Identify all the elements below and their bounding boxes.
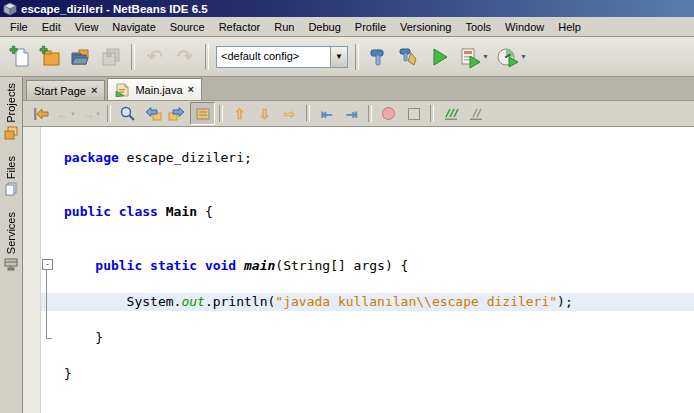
- left-window-rail: Projects Files Services: [0, 77, 23, 413]
- forward-icon: →: [81, 107, 95, 121]
- debug-project-button[interactable]: ▾: [454, 42, 492, 72]
- tab-main-java[interactable]: Main.java ×: [107, 78, 202, 100]
- new-project-button[interactable]: [36, 42, 66, 72]
- code-line[interactable]: [41, 239, 694, 257]
- menu-versioning[interactable]: Versioning: [393, 19, 458, 35]
- menu-help[interactable]: Help: [551, 19, 588, 35]
- menu-run[interactable]: Run: [267, 19, 301, 35]
- code-line[interactable]: [41, 347, 694, 365]
- menu-refactor[interactable]: Refactor: [212, 19, 268, 35]
- last-edit-location-icon: [32, 106, 50, 122]
- menu-debug[interactable]: Debug: [301, 19, 347, 35]
- menu-window[interactable]: Window: [498, 19, 551, 35]
- code-line[interactable]: System.out.println("javada kullanılan\\e…: [41, 293, 694, 311]
- uncomment-icon: [468, 106, 484, 122]
- search-icon: [119, 105, 136, 122]
- code-view[interactable]: package escape_dizileri;public class Mai…: [41, 127, 694, 413]
- previous-bookmark-icon: ⇧: [234, 107, 246, 121]
- undo-button[interactable]: ↶: [140, 42, 170, 72]
- record-macro-icon: [382, 107, 395, 120]
- hammer-broom-icon: [397, 45, 421, 69]
- undo-icon: ↶: [147, 47, 163, 66]
- back-button[interactable]: ←▾: [53, 102, 78, 125]
- sidebar-item-services[interactable]: Services: [4, 212, 18, 271]
- shift-left-icon: ⇤: [321, 107, 333, 121]
- tab-start-page[interactable]: Start Page ×: [26, 80, 105, 100]
- close-icon[interactable]: ×: [91, 85, 97, 96]
- code-line[interactable]: }: [41, 329, 694, 347]
- code-line[interactable]: }: [41, 365, 694, 383]
- debug-icon: [458, 45, 482, 69]
- toolbar-separator: [205, 44, 209, 70]
- code-line[interactable]: [41, 131, 694, 149]
- find-previous-icon: [143, 106, 162, 122]
- code-fold-guide-end: [46, 338, 52, 339]
- highlight-search-icon: [195, 106, 211, 122]
- save-all-button[interactable]: [96, 42, 126, 72]
- tab-label: Start Page: [34, 85, 86, 97]
- code-line[interactable]: package escape_dizileri;: [41, 149, 694, 167]
- code-line[interactable]: public static void main(String[] args) {: [41, 257, 694, 275]
- files-label: Files: [5, 156, 17, 179]
- forward-button[interactable]: →▾: [78, 102, 103, 125]
- shift-line-right-button[interactable]: ⇥: [339, 102, 364, 125]
- chevron-down-icon: ▾: [521, 52, 525, 61]
- menu-view[interactable]: View: [68, 19, 106, 35]
- profile-project-button[interactable]: ▾: [492, 42, 530, 72]
- editor-gutter[interactable]: [23, 127, 41, 413]
- sidebar-item-projects[interactable]: Projects: [4, 83, 18, 140]
- window-title: escape_dizileri - NetBeans IDE 6.5: [21, 3, 208, 15]
- run-project-button[interactable]: [424, 42, 454, 72]
- comment-button[interactable]: [438, 102, 463, 125]
- menu-tools[interactable]: Tools: [458, 19, 498, 35]
- projects-label: Projects: [5, 83, 17, 123]
- next-bookmark-button[interactable]: ⇩: [252, 102, 277, 125]
- toggle-bookmark-button[interactable]: ⇨: [277, 102, 302, 125]
- code-line[interactable]: [41, 185, 694, 203]
- run-macro-button[interactable]: [401, 102, 426, 125]
- toolbar-separator: [355, 44, 359, 70]
- combo-dropdown-button[interactable]: ▼: [330, 47, 347, 67]
- run-icon: [428, 46, 450, 68]
- menu-navigate[interactable]: Navigate: [105, 19, 162, 35]
- tab-label: Main.java: [135, 84, 182, 96]
- services-label: Services: [5, 212, 17, 254]
- code-line[interactable]: public class Main {: [41, 203, 694, 221]
- clean-and-build-button[interactable]: [394, 42, 424, 72]
- next-bookmark-icon: ⇩: [259, 107, 271, 121]
- code-line[interactable]: [41, 221, 694, 239]
- toolbar-separator: [131, 44, 135, 70]
- build-project-button[interactable]: [364, 42, 394, 72]
- code-line[interactable]: [41, 275, 694, 293]
- java-file-icon: [115, 83, 130, 97]
- open-project-icon: [69, 45, 93, 69]
- chevron-down-icon: ▼: [335, 52, 343, 61]
- hammer-icon: [367, 45, 391, 69]
- menu-source[interactable]: Source: [163, 19, 212, 35]
- redo-button[interactable]: ↷: [170, 42, 200, 72]
- menu-file[interactable]: File: [3, 19, 35, 35]
- menu-profile[interactable]: Profile: [348, 19, 393, 35]
- last-edit-location-button[interactable]: [28, 102, 53, 125]
- toggle-highlight-search-button[interactable]: [190, 102, 215, 125]
- new-file-button[interactable]: [6, 42, 36, 72]
- find-next-button[interactable]: [165, 102, 190, 125]
- sidebar-item-files[interactable]: Files: [4, 156, 18, 196]
- open-project-button[interactable]: [66, 42, 96, 72]
- find-selection-button[interactable]: [115, 102, 140, 125]
- code-line[interactable]: [41, 167, 694, 185]
- find-next-icon: [168, 106, 187, 122]
- record-macro-button[interactable]: [376, 102, 401, 125]
- code-fold-toggle[interactable]: -: [42, 259, 53, 270]
- previous-bookmark-button[interactable]: ⇧: [227, 102, 252, 125]
- menu-edit[interactable]: Edit: [35, 19, 68, 35]
- editor-area: package escape_dizileri;public class Mai…: [23, 127, 694, 413]
- code-line[interactable]: [41, 311, 694, 329]
- find-previous-button[interactable]: [140, 102, 165, 125]
- project-configuration-select[interactable]: <default config> ▼: [216, 46, 348, 68]
- code-lines: package escape_dizileri;public class Mai…: [41, 131, 694, 383]
- main-toolbar: ↶ ↷ <default config> ▼: [0, 37, 694, 77]
- shift-line-left-button[interactable]: ⇤: [314, 102, 339, 125]
- close-icon[interactable]: ×: [188, 84, 194, 95]
- uncomment-button[interactable]: [463, 102, 488, 125]
